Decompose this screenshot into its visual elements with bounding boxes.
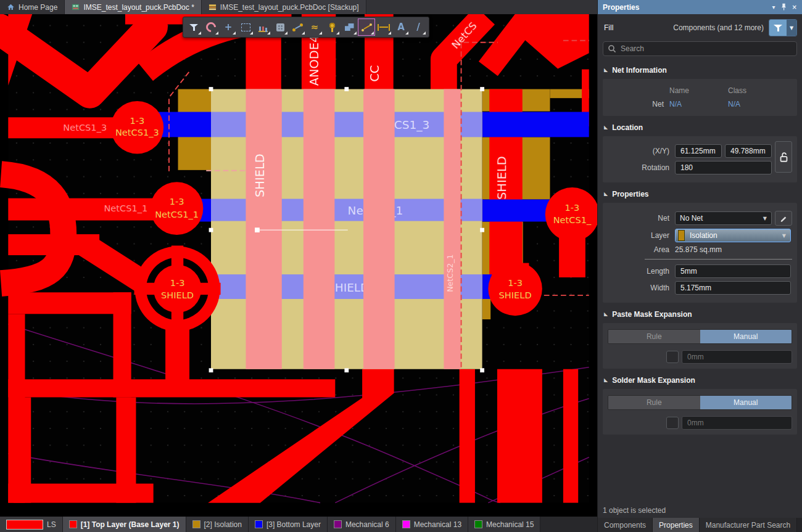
- place-line-tool-button[interactable]: [358, 18, 375, 36]
- tab-properties[interactable]: Properties: [653, 518, 700, 532]
- pad-shield-right[interactable]: [488, 262, 542, 316]
- net-name-value[interactable]: N/A: [669, 100, 728, 108]
- tab-label: IMSE_test_layout_puck.PcbDoc *: [83, 3, 194, 12]
- panel-bottom-tabs: Components Properties Manufacturer Part …: [598, 518, 802, 532]
- solder-mask-checkbox[interactable]: [666, 417, 679, 429]
- layer-value: Isolation: [690, 231, 782, 240]
- net-dropdown[interactable]: No Net ▼: [675, 211, 772, 225]
- x-position-field[interactable]: [675, 144, 722, 158]
- dimension-tool-button[interactable]: [375, 18, 392, 36]
- paste-mask-checkbox[interactable]: [666, 351, 679, 363]
- length-field[interactable]: [675, 264, 791, 278]
- selection-handle[interactable]: [209, 228, 213, 232]
- svg-text:1-3: 1-3: [565, 202, 580, 213]
- y-position-field[interactable]: [725, 144, 772, 158]
- selection-handle[interactable]: [344, 368, 349, 372]
- layer-tab-mech6[interactable]: Mechanical 6: [328, 517, 396, 532]
- tab-pcbdoc-stackup[interactable]: IMSE_test_layout_puck.PcbDoc [Stackup]: [202, 0, 366, 14]
- section-location[interactable]: ◣ Location: [598, 117, 802, 135]
- solder-mask-group: Rule Manual: [603, 389, 797, 435]
- rotation-field[interactable]: [675, 161, 772, 174]
- net-label: Net: [608, 214, 669, 223]
- layer-tab-top[interactable]: [1] Top Layer (Base Layer 1): [63, 517, 186, 532]
- polygon-pour-tool-button[interactable]: [341, 18, 358, 36]
- layer-sets-tab[interactable]: LS: [0, 517, 63, 532]
- filter-tool-button[interactable]: [185, 18, 202, 36]
- solder-manual-option[interactable]: Manual: [700, 396, 792, 409]
- pencil-icon: [780, 215, 787, 222]
- lock-button[interactable]: [775, 141, 792, 173]
- layer-tab-isolation[interactable]: [2] Isolation: [186, 517, 249, 532]
- selection-handle[interactable]: [209, 368, 213, 372]
- section-solder-mask[interactable]: ◣ Solder Mask Expansion: [598, 370, 802, 388]
- section-title: Paste Mask Expansion: [612, 310, 692, 319]
- collapse-icon: ◣: [604, 377, 608, 383]
- vertex-handle[interactable]: [255, 227, 260, 232]
- collapse-icon: ◣: [604, 67, 608, 73]
- col-header-class: Class: [728, 86, 792, 95]
- search-input[interactable]: [603, 41, 797, 56]
- snap-magnet-tool-button[interactable]: [202, 18, 220, 36]
- paste-rule-option[interactable]: Rule: [608, 330, 700, 343]
- length-label: Length: [608, 267, 669, 276]
- collapse-icon: ◣: [604, 191, 608, 197]
- layer-bar-spacer: [540, 517, 597, 532]
- svg-text:SHIELD: SHIELD: [161, 290, 194, 300]
- tune-meander-tool-button[interactable]: ≈: [306, 18, 323, 36]
- net-row-label: Net: [608, 100, 669, 108]
- paste-manual-option[interactable]: Manual: [700, 330, 792, 343]
- layer-tab-mech15[interactable]: Mechanical 15: [468, 517, 540, 532]
- pin-icon[interactable]: [781, 3, 787, 12]
- panel-menu-icon[interactable]: ▾: [772, 4, 775, 10]
- svg-text:1-3: 1-3: [130, 115, 144, 126]
- layer-label: Mechanical 13: [414, 520, 461, 529]
- place-track-tool-button[interactable]: /: [410, 18, 427, 36]
- layer-dropdown[interactable]: Isolation ▼: [675, 229, 791, 242]
- paste-mask-group: Rule Manual: [603, 323, 797, 369]
- selection-handle[interactable]: [344, 87, 349, 91]
- width-field[interactable]: [675, 281, 791, 295]
- tab-home-page[interactable]: Home Page: [0, 0, 65, 14]
- solder-mask-value-field[interactable]: [682, 416, 792, 430]
- selection-handle[interactable]: [480, 368, 484, 372]
- filter-scope[interactable]: Components (and 12 more): [673, 23, 764, 32]
- paste-mask-value-field[interactable]: [682, 350, 792, 364]
- collapse-icon: ◣: [604, 125, 608, 130]
- pcb-canvas[interactable]: + ≈ A /: [0, 14, 597, 517]
- net-class-value[interactable]: N/A: [728, 100, 792, 108]
- svg-text:NetCS1_3: NetCS1_3: [115, 127, 159, 137]
- selection-handle[interactable]: [480, 228, 484, 232]
- altium-window: Home Page IMSE_test_layout_puck.PcbDoc *…: [0, 0, 802, 532]
- magnet-icon: [204, 20, 218, 35]
- svg-text:SHIELD: SHIELD: [499, 290, 532, 300]
- interactive-route-tool-button[interactable]: [289, 18, 306, 36]
- close-panel-icon[interactable]: ×: [792, 4, 797, 10]
- board-insight-tool-button[interactable]: [254, 18, 271, 36]
- location-group: (X/Y) Rotation: [603, 136, 797, 182]
- tab-manufacturer-part-search[interactable]: Manufacturer Part Search: [700, 518, 797, 532]
- selection-handle[interactable]: [480, 87, 484, 91]
- line-icon: [362, 23, 372, 31]
- section-paste-mask[interactable]: ◣ Paste Mask Expansion: [598, 304, 802, 322]
- section-properties[interactable]: ◣ Properties: [598, 184, 802, 202]
- filter-dropdown-arrow[interactable]: ▼: [787, 20, 796, 36]
- edit-net-button[interactable]: [775, 211, 792, 226]
- layer-tab-bottom[interactable]: [3] Bottom Layer: [249, 517, 328, 532]
- select-area-tool-button[interactable]: [237, 18, 254, 36]
- section-title: Location: [612, 123, 643, 132]
- tab-pcbdoc[interactable]: IMSE_test_layout_puck.PcbDoc *: [65, 0, 201, 14]
- move-tool-button[interactable]: +: [220, 18, 237, 36]
- layer-tab-mech13[interactable]: Mechanical 13: [396, 517, 468, 532]
- selection-handle[interactable]: [209, 87, 213, 91]
- width-label: Width: [608, 284, 669, 292]
- section-net-information[interactable]: ◣ Net Information: [598, 60, 802, 78]
- pad-array-tool-button[interactable]: [271, 18, 289, 36]
- tab-components[interactable]: Components: [598, 518, 653, 532]
- filter-scope-button[interactable]: ▼: [769, 19, 797, 36]
- move-cross-icon: +: [225, 23, 233, 32]
- selected-fill[interactable]: NetCS1_3 NetCS1_1 SHIELD SHIELD NetCS2_1: [211, 89, 482, 369]
- place-text-tool-button[interactable]: A: [392, 18, 410, 36]
- via-tool-button[interactable]: [323, 18, 341, 36]
- solder-rule-option[interactable]: Rule: [608, 396, 700, 409]
- section-title: Properties: [612, 190, 648, 198]
